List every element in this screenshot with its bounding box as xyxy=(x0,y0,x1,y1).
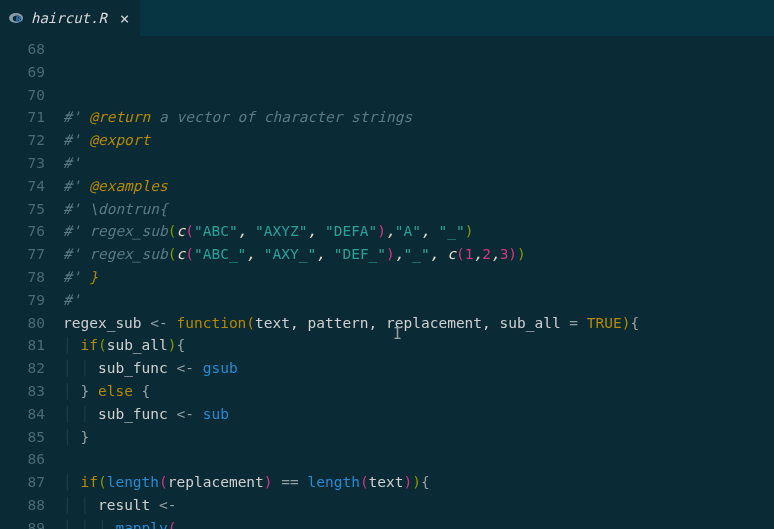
line-number: 76 xyxy=(0,220,45,243)
line-number: 82 xyxy=(0,357,45,380)
code-line[interactable]: │ │ sub_func <- gsub xyxy=(63,357,774,380)
code-line[interactable]: │ │ result <- xyxy=(63,494,774,517)
code-line[interactable]: │ │ │ mapply( xyxy=(63,517,774,529)
line-number: 75 xyxy=(0,198,45,221)
code-line[interactable]: │ } xyxy=(63,426,774,449)
close-icon[interactable]: × xyxy=(114,9,130,28)
line-gutter: 6869707172737475767778798081828384858687… xyxy=(0,36,63,529)
line-number: 78 xyxy=(0,266,45,289)
line-number: 87 xyxy=(0,471,45,494)
code-line[interactable]: #' @examples xyxy=(63,175,774,198)
line-number: 77 xyxy=(0,243,45,266)
line-number: 80 xyxy=(0,312,45,335)
line-number: 68 xyxy=(0,38,45,61)
code-line[interactable]: #' regex_sub(c("ABC", "AXYZ", "DEFA"),"A… xyxy=(63,220,774,243)
code-line[interactable]: #' @return a vector of character strings xyxy=(63,106,774,129)
line-number: 73 xyxy=(0,152,45,175)
tab-haircut[interactable]: haircut.R × xyxy=(0,0,140,36)
line-number: 81 xyxy=(0,334,45,357)
line-number: 79 xyxy=(0,289,45,312)
code-line[interactable]: regex_sub <- function(text, pattern, rep… xyxy=(63,312,774,335)
code-area[interactable]: I #' @return a vector of character strin… xyxy=(63,36,774,529)
line-number: 71 xyxy=(0,106,45,129)
code-line[interactable]: #' regex_sub(c("ABC_", "AXY_", "DEF_"),"… xyxy=(63,243,774,266)
code-line[interactable]: │ if(length(replacement) == length(text)… xyxy=(63,471,774,494)
r-file-icon xyxy=(8,10,24,26)
line-number: 86 xyxy=(0,448,45,471)
code-line[interactable]: │ │ sub_func <- sub xyxy=(63,403,774,426)
line-number: 89 xyxy=(0,517,45,529)
editor: 6869707172737475767778798081828384858687… xyxy=(0,36,774,529)
line-number: 72 xyxy=(0,129,45,152)
tab-bar: haircut.R × xyxy=(0,0,774,36)
code-line[interactable] xyxy=(63,448,774,471)
line-number: 88 xyxy=(0,494,45,517)
code-line[interactable]: #' xyxy=(63,289,774,312)
line-number: 74 xyxy=(0,175,45,198)
code-line[interactable]: #' xyxy=(63,152,774,175)
line-number: 84 xyxy=(0,403,45,426)
code-line[interactable]: │ } else { xyxy=(63,380,774,403)
tab-filename: haircut.R xyxy=(31,10,107,26)
code-line[interactable]: #' \dontrun{ xyxy=(63,198,774,221)
line-number: 85 xyxy=(0,426,45,449)
line-number: 70 xyxy=(0,84,45,107)
line-number: 83 xyxy=(0,380,45,403)
code-line[interactable]: #' @export xyxy=(63,129,774,152)
code-line[interactable]: │ if(sub_all){ xyxy=(63,334,774,357)
code-line[interactable]: #' } xyxy=(63,266,774,289)
line-number: 69 xyxy=(0,61,45,84)
